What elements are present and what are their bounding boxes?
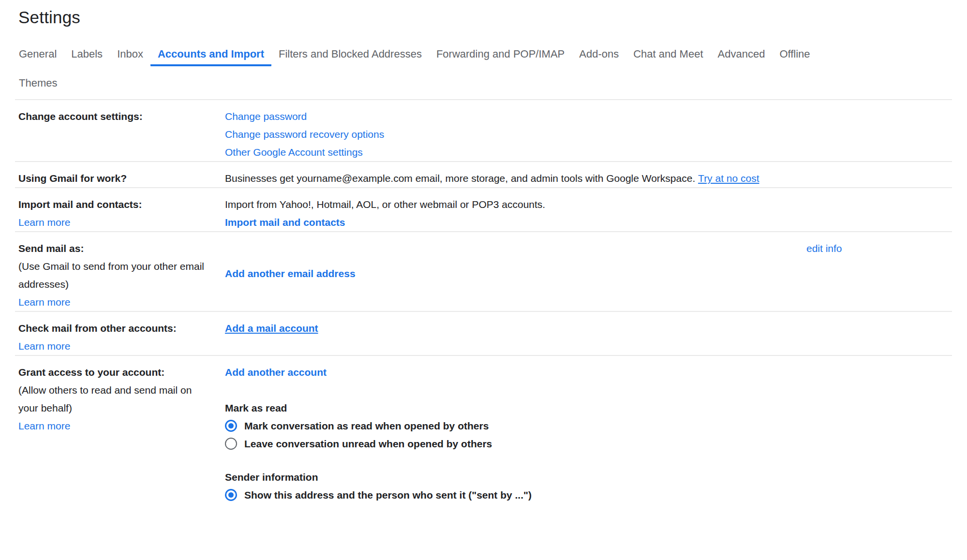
mark-as-read-heading: Mark as read xyxy=(225,399,806,417)
send-mail-as-learn-more-link[interactable]: Learn more xyxy=(18,293,213,311)
add-another-email-address-link[interactable]: Add another email address xyxy=(225,265,356,282)
import-mail-and-contacts-link[interactable]: Import mail and contacts xyxy=(225,213,806,231)
tab-chat-and-meet[interactable]: Chat and Meet xyxy=(626,42,710,66)
tab-row-2: Themes xyxy=(12,71,955,95)
workspace-promo-text: Businesses get yourname@example.com emai… xyxy=(225,173,695,184)
add-another-account-link[interactable]: Add another account xyxy=(225,363,327,381)
try-at-no-cost-link[interactable]: Try at no cost xyxy=(698,169,759,187)
radio-option-mark-conversation-read[interactable]: Mark conversation as read when opened by… xyxy=(225,417,806,435)
tab-forwarding-and-pop-imap[interactable]: Forwarding and POP/IMAP xyxy=(429,42,572,66)
radio-selected-icon[interactable] xyxy=(225,489,237,501)
grant-access-label: Grant access to your account: xyxy=(18,367,164,378)
tab-themes[interactable]: Themes xyxy=(12,71,64,95)
tab-advanced[interactable]: Advanced xyxy=(711,42,773,66)
section-change-account-settings: Change account settings: Change password… xyxy=(15,99,952,161)
section-send-mail-as: Send mail as: (Use Gmail to send from yo… xyxy=(15,231,952,311)
import-learn-more-link[interactable]: Learn more xyxy=(18,213,213,231)
tab-row-1: General Labels Inbox Accounts and Import… xyxy=(12,42,955,66)
other-google-account-settings-link[interactable]: Other Google Account settings xyxy=(225,143,806,161)
tab-add-ons[interactable]: Add-ons xyxy=(572,42,626,66)
page-title: Settings xyxy=(18,8,967,27)
radio-option-leave-conversation-unread[interactable]: Leave conversation unread when opened by… xyxy=(225,435,806,453)
change-password-link[interactable]: Change password xyxy=(225,107,806,125)
check-mail-label: Check mail from other accounts: xyxy=(18,323,177,334)
tab-filters-and-blocked-addresses[interactable]: Filters and Blocked Addresses xyxy=(271,42,429,66)
tab-accounts-and-import[interactable]: Accounts and Import xyxy=(150,42,271,66)
grant-access-learn-more-link[interactable]: Learn more xyxy=(18,417,213,435)
radio-selected-icon[interactable] xyxy=(225,420,237,432)
settings-content: Change account settings: Change password… xyxy=(15,99,952,504)
tab-inbox[interactable]: Inbox xyxy=(110,42,150,66)
radio-unselected-icon[interactable] xyxy=(225,438,237,450)
import-mail-and-contacts-label: Import mail and contacts: xyxy=(18,199,142,210)
section-grant-access: Grant access to your account: (Allow oth… xyxy=(15,355,952,504)
tab-offline[interactable]: Offline xyxy=(772,42,817,66)
change-account-settings-label: Change account settings: xyxy=(18,107,225,125)
radio-option-show-address-and-sender[interactable]: Show this address and the person who sen… xyxy=(225,486,806,504)
grant-access-description: (Allow others to read and send mail on y… xyxy=(18,381,213,417)
using-gmail-for-work-label: Using Gmail for work? xyxy=(18,169,225,187)
tab-labels[interactable]: Labels xyxy=(64,42,110,66)
import-description-text: Import from Yahoo!, Hotmail, AOL, or oth… xyxy=(225,199,545,210)
sender-information-heading: Sender information xyxy=(225,468,806,486)
tab-general[interactable]: General xyxy=(12,42,64,66)
section-check-mail-from-other-accounts: Check mail from other accounts: Learn mo… xyxy=(15,311,952,355)
check-mail-learn-more-link[interactable]: Learn more xyxy=(18,337,213,355)
section-import-mail-and-contacts: Import mail and contacts: Learn more Imp… xyxy=(15,187,952,231)
change-password-recovery-options-link[interactable]: Change password recovery options xyxy=(225,125,806,143)
settings-tabs: General Labels Inbox Accounts and Import… xyxy=(12,42,955,95)
send-mail-as-description: (Use Gmail to send from your other email… xyxy=(18,257,213,293)
add-a-mail-account-link[interactable]: Add a mail account xyxy=(225,319,318,337)
edit-info-link[interactable]: edit info xyxy=(806,239,842,257)
section-using-gmail-for-work: Using Gmail for work? Businesses get you… xyxy=(15,161,952,187)
send-mail-as-label: Send mail as: xyxy=(18,243,84,254)
